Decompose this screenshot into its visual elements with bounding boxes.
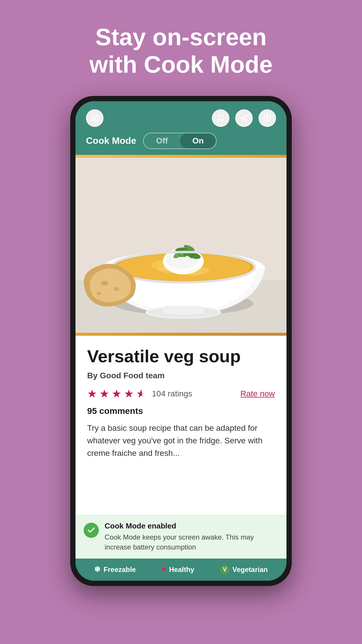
freezable-label: Freezable (103, 566, 136, 574)
healthy-label: Healthy (169, 566, 194, 574)
ratings-count: 104 ratings (152, 389, 192, 398)
svg-point-13 (267, 119, 268, 120)
vegetarian-label: Vegetarian (232, 566, 268, 574)
toast-title: Cook Mode enabled (105, 522, 278, 531)
share-button[interactable] (235, 109, 253, 127)
page-headline: Stay on-screen with Cook Mode (66, 23, 296, 78)
svg-point-35 (101, 281, 108, 286)
svg-point-11 (267, 116, 268, 117)
tag-vegetarian: V Vegetarian (220, 565, 268, 574)
svg-point-37 (96, 292, 101, 295)
star-3: ★ (112, 387, 122, 400)
nav-right-icons (212, 109, 276, 127)
phone-mockup: Cook Mode Off On (70, 96, 292, 586)
nav-top-row (86, 109, 276, 127)
recipe-title: Versatile veg soup (87, 346, 275, 366)
freezable-icon: ❄ (94, 565, 101, 574)
back-button[interactable] (86, 109, 103, 127)
svg-line-5 (243, 118, 245, 120)
tags-bar: ❄ Freezable ♥ Healthy V Vegetarian (75, 559, 287, 581)
cook-mode-label: Cook Mode (86, 135, 136, 146)
rate-now-link[interactable]: Rate now (240, 389, 275, 398)
healthy-icon: ♥ (162, 565, 166, 574)
cook-mode-toggle-group[interactable]: Off On (143, 133, 216, 149)
bookmark-icon (217, 114, 224, 122)
star-4: ★ (124, 387, 134, 400)
more-icon (263, 114, 271, 122)
cook-mode-on-button[interactable]: On (180, 133, 216, 148)
comments-count: 95 comments (87, 406, 275, 416)
toast-body: Cook Mode keeps your screen awake. This … (105, 532, 278, 552)
cook-mode-toast: Cook Mode enabled Cook Mode keeps your s… (75, 515, 287, 558)
star-1: ★ (87, 387, 97, 400)
nav-bar: Cook Mode Off On (75, 101, 287, 155)
toast-text: Cook Mode enabled Cook Mode keeps your s… (105, 522, 278, 552)
bookmark-button[interactable] (212, 109, 229, 127)
recipe-author: By Good Food team (87, 371, 275, 380)
share-icon (240, 114, 248, 122)
star-2: ★ (99, 387, 109, 400)
recipe-content: Versatile veg soup By Good Food team ★ ★… (75, 336, 287, 559)
back-icon (91, 114, 99, 122)
recipe-description: Try a basic soup recipe that can be adap… (87, 422, 275, 460)
star-5-half: ★ (136, 387, 146, 400)
tag-freezable: ❄ Freezable (94, 565, 136, 574)
soup-illustration (75, 155, 287, 336)
toast-check-icon (84, 523, 99, 538)
checkmark-icon (87, 526, 96, 535)
stars-container: ★ ★ ★ ★ ★ 104 ratings (87, 387, 192, 400)
svg-line-6 (243, 116, 245, 118)
phone-screen: Cook Mode Off On (75, 101, 287, 581)
vegetarian-icon: V (220, 565, 229, 574)
cook-mode-bar: Cook Mode Off On (86, 133, 276, 155)
cook-mode-off-button[interactable]: Off (144, 133, 180, 148)
tag-healthy: ♥ Healthy (162, 565, 194, 574)
more-options-button[interactable] (259, 109, 276, 127)
recipe-image (75, 155, 287, 336)
rating-row: ★ ★ ★ ★ ★ 104 ratings Rate now (87, 387, 275, 400)
svg-point-12 (267, 118, 268, 118)
svg-point-36 (113, 287, 119, 291)
svg-rect-34 (163, 306, 204, 314)
